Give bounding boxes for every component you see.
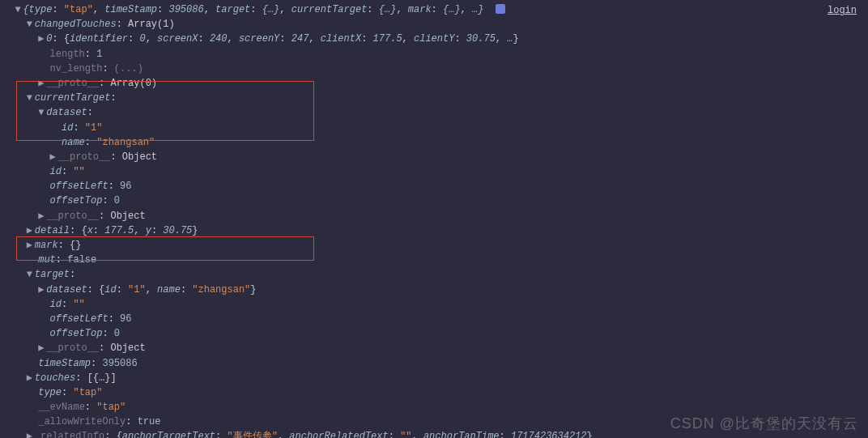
expand-arrow-right-icon[interactable]: ▶ bbox=[38, 77, 46, 90]
offset-left: offsetLeft: 96 bbox=[0, 180, 868, 194]
proto-object-3[interactable]: ▶__proto__: Object bbox=[0, 342, 868, 356]
expand-arrow-right-icon[interactable]: ▶ bbox=[38, 283, 46, 296]
expand-arrow-down-icon[interactable]: ▼ bbox=[27, 268, 35, 281]
touch-item-0[interactable]: ▶0: {identifier: 0, screenX: 240, screen… bbox=[0, 32, 868, 47]
expand-arrow-right-icon[interactable]: ▶ bbox=[27, 372, 35, 385]
expand-arrow-right-icon[interactable]: ▶ bbox=[38, 32, 46, 45]
target-id: id: "" bbox=[0, 298, 868, 313]
expand-arrow-down-icon[interactable]: ▼ bbox=[38, 106, 46, 119]
target[interactable]: ▼target: bbox=[0, 268, 868, 283]
expand-arrow-right-icon[interactable]: ▶ bbox=[38, 210, 46, 223]
expand-arrow-down-icon[interactable]: ▼ bbox=[27, 18, 35, 31]
target-offset-left: offsetLeft: 96 bbox=[0, 313, 868, 327]
expand-arrow-right-icon[interactable]: ▶ bbox=[38, 342, 46, 355]
object-root[interactable]: ▼{type: "tap", timeStamp: 395086, target… bbox=[0, 3, 868, 18]
offset-top: offsetTop: 0 bbox=[0, 194, 868, 209]
expand-arrow-down-icon[interactable]: ▼ bbox=[27, 91, 35, 104]
info-badge-icon[interactable] bbox=[496, 4, 505, 14]
dataset-name: name: "zhangsan" bbox=[0, 136, 868, 151]
expand-arrow-right-icon[interactable]: ▶ bbox=[27, 430, 35, 438]
dataset-id: id: "1" bbox=[0, 121, 868, 136]
proto-array[interactable]: ▶__proto__: Array(0) bbox=[0, 77, 868, 91]
target-offset-top: offsetTop: 0 bbox=[0, 327, 868, 342]
touches[interactable]: ▶touches: [{…}] bbox=[0, 372, 868, 386]
mark[interactable]: ▶mark: {} bbox=[0, 239, 868, 253]
proto-object-2[interactable]: ▶__proto__: Object bbox=[0, 210, 868, 224]
current-target[interactable]: ▼currentTarget: bbox=[0, 91, 868, 106]
expand-arrow-down-icon[interactable]: ▼ bbox=[15, 3, 23, 16]
expand-arrow-right-icon[interactable]: ▶ bbox=[27, 239, 35, 252]
nv-length-prop[interactable]: nv_length: (...) bbox=[0, 62, 868, 77]
mut: mut: false bbox=[0, 253, 868, 268]
length-prop: length: 1 bbox=[0, 48, 868, 62]
timestamp: timeStamp: 395086 bbox=[0, 357, 868, 372]
proto-object[interactable]: ▶__proto__: Object bbox=[0, 151, 868, 165]
id-empty: id: "" bbox=[0, 165, 868, 180]
watermark: CSDN @比奇堡的天没有云 bbox=[670, 414, 858, 433]
expand-arrow-right-icon[interactable]: ▶ bbox=[27, 224, 35, 237]
changed-touches[interactable]: ▼changedTouches: Array(1) bbox=[0, 18, 868, 32]
expand-arrow-right-icon[interactable]: ▶ bbox=[50, 151, 58, 164]
detail[interactable]: ▶detail: {x: 177.5, y: 30.75} bbox=[0, 224, 868, 239]
type-prop: type: "tap" bbox=[0, 386, 868, 401]
login-link[interactable]: login bbox=[828, 5, 857, 16]
dataset[interactable]: ▼dataset: bbox=[0, 106, 868, 121]
target-dataset[interactable]: ▶dataset: {id: "1", name: "zhangsan"} bbox=[0, 283, 868, 298]
